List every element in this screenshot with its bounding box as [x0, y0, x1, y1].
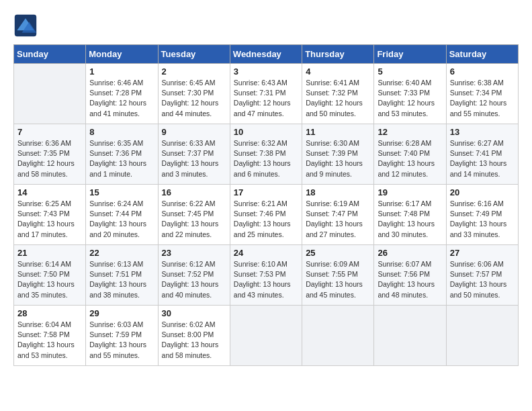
calendar-cell: 4Sunrise: 6:41 AMSunset: 7:32 PMDaylight…: [302, 64, 374, 124]
day-number: 8: [89, 127, 154, 137]
day-number: 3: [234, 66, 298, 77]
weekday-header-tuesday: Tuesday: [158, 45, 230, 64]
calendar-cell: 18Sunrise: 6:19 AMSunset: 7:47 PMDayligh…: [302, 185, 374, 245]
calendar-cell: 12Sunrise: 6:28 AMSunset: 7:40 PMDayligh…: [374, 124, 446, 185]
day-number: 15: [89, 187, 154, 197]
calendar-cell: 13Sunrise: 6:27 AMSunset: 7:41 PMDayligh…: [446, 124, 518, 185]
day-number: 9: [162, 127, 226, 137]
calendar-cell: 25Sunrise: 6:09 AMSunset: 7:55 PMDayligh…: [302, 245, 374, 306]
weekday-header-sunday: Sunday: [14, 45, 86, 64]
calendar-cell: [302, 306, 374, 366]
day-info: Sunrise: 6:17 AMSunset: 7:48 PMDaylight:…: [378, 199, 442, 240]
day-info: Sunrise: 6:43 AMSunset: 7:31 PMDaylight:…: [234, 78, 298, 119]
calendar-cell: 27Sunrise: 6:06 AMSunset: 7:57 PMDayligh…: [446, 245, 518, 306]
calendar-cell: 9Sunrise: 6:33 AMSunset: 7:37 PMDaylight…: [158, 124, 230, 185]
calendar-cell: 7Sunrise: 6:36 AMSunset: 7:35 PMDaylight…: [14, 124, 86, 185]
day-number: 29: [89, 308, 154, 318]
day-number: 5: [378, 66, 442, 77]
day-info: Sunrise: 6:46 AMSunset: 7:28 PMDaylight:…: [89, 78, 154, 119]
day-number: 2: [162, 66, 226, 77]
day-number: 25: [306, 248, 370, 258]
day-number: 13: [450, 127, 515, 137]
calendar-cell: 3Sunrise: 6:43 AMSunset: 7:31 PMDaylight…: [230, 64, 302, 124]
day-info: Sunrise: 6:24 AMSunset: 7:44 PMDaylight:…: [89, 199, 154, 240]
day-info: Sunrise: 6:21 AMSunset: 7:46 PMDaylight:…: [234, 199, 298, 240]
day-info: Sunrise: 6:19 AMSunset: 7:47 PMDaylight:…: [306, 199, 370, 240]
day-number: 27: [450, 248, 515, 258]
day-info: Sunrise: 6:06 AMSunset: 7:57 PMDaylight:…: [450, 259, 515, 300]
weekday-header-friday: Friday: [374, 45, 446, 64]
calendar-cell: 19Sunrise: 6:17 AMSunset: 7:48 PMDayligh…: [374, 185, 446, 245]
calendar-cell: 6Sunrise: 6:38 AMSunset: 7:34 PMDaylight…: [446, 64, 518, 124]
day-info: Sunrise: 6:04 AMSunset: 7:58 PMDaylight:…: [17, 320, 82, 361]
weekday-header-thursday: Thursday: [302, 45, 374, 64]
day-info: Sunrise: 6:45 AMSunset: 7:30 PMDaylight:…: [162, 78, 226, 119]
calendar-week-row: 1Sunrise: 6:46 AMSunset: 7:28 PMDaylight…: [14, 64, 519, 124]
day-info: Sunrise: 6:03 AMSunset: 7:59 PMDaylight:…: [89, 320, 154, 361]
day-info: Sunrise: 6:25 AMSunset: 7:43 PMDaylight:…: [17, 199, 82, 240]
day-number: 7: [17, 127, 82, 137]
calendar-table: SundayMondayTuesdayWednesdayThursdayFrid…: [13, 44, 519, 366]
weekday-header-saturday: Saturday: [446, 45, 518, 64]
page-header: [13, 13, 519, 38]
day-info: Sunrise: 6:35 AMSunset: 7:36 PMDaylight:…: [89, 138, 154, 179]
calendar-week-row: 21Sunrise: 6:14 AMSunset: 7:50 PMDayligh…: [14, 245, 519, 306]
day-info: Sunrise: 6:22 AMSunset: 7:45 PMDaylight:…: [162, 199, 226, 240]
logo-icon: [13, 13, 38, 38]
day-info: Sunrise: 6:33 AMSunset: 7:37 PMDaylight:…: [162, 138, 226, 179]
day-number: 17: [234, 187, 298, 197]
weekday-header-monday: Monday: [86, 45, 158, 64]
day-number: 18: [306, 187, 370, 197]
calendar-cell: 28Sunrise: 6:04 AMSunset: 7:58 PMDayligh…: [14, 306, 86, 366]
calendar-week-row: 14Sunrise: 6:25 AMSunset: 7:43 PMDayligh…: [14, 185, 519, 245]
day-info: Sunrise: 6:38 AMSunset: 7:34 PMDaylight:…: [450, 78, 515, 119]
calendar-week-row: 28Sunrise: 6:04 AMSunset: 7:58 PMDayligh…: [14, 306, 519, 366]
calendar-cell: 8Sunrise: 6:35 AMSunset: 7:36 PMDaylight…: [86, 124, 158, 185]
calendar-cell: 11Sunrise: 6:30 AMSunset: 7:39 PMDayligh…: [302, 124, 374, 185]
day-info: Sunrise: 6:09 AMSunset: 7:55 PMDaylight:…: [306, 259, 370, 300]
day-info: Sunrise: 6:10 AMSunset: 7:53 PMDaylight:…: [234, 259, 298, 300]
day-number: 14: [17, 187, 82, 197]
calendar-cell: 24Sunrise: 6:10 AMSunset: 7:53 PMDayligh…: [230, 245, 302, 306]
day-number: 1: [89, 66, 154, 77]
day-number: 6: [450, 66, 515, 77]
day-number: 20: [450, 187, 515, 197]
calendar-cell: 15Sunrise: 6:24 AMSunset: 7:44 PMDayligh…: [86, 185, 158, 245]
calendar-cell: [14, 64, 86, 124]
calendar-cell: [230, 306, 302, 366]
day-info: Sunrise: 6:14 AMSunset: 7:50 PMDaylight:…: [17, 259, 82, 300]
day-info: Sunrise: 6:28 AMSunset: 7:40 PMDaylight:…: [378, 138, 442, 179]
calendar-week-row: 7Sunrise: 6:36 AMSunset: 7:35 PMDaylight…: [14, 124, 519, 185]
calendar-cell: 29Sunrise: 6:03 AMSunset: 7:59 PMDayligh…: [86, 306, 158, 366]
day-number: 23: [162, 248, 226, 258]
day-info: Sunrise: 6:16 AMSunset: 7:49 PMDaylight:…: [450, 199, 515, 240]
calendar-cell: 17Sunrise: 6:21 AMSunset: 7:46 PMDayligh…: [230, 185, 302, 245]
calendar-cell: 1Sunrise: 6:46 AMSunset: 7:28 PMDaylight…: [86, 64, 158, 124]
calendar-header-row: SundayMondayTuesdayWednesdayThursdayFrid…: [14, 45, 519, 64]
calendar-cell: 26Sunrise: 6:07 AMSunset: 7:56 PMDayligh…: [374, 245, 446, 306]
day-info: Sunrise: 6:30 AMSunset: 7:39 PMDaylight:…: [306, 138, 370, 179]
calendar-cell: 23Sunrise: 6:12 AMSunset: 7:52 PMDayligh…: [158, 245, 230, 306]
day-number: 30: [162, 308, 226, 318]
day-info: Sunrise: 6:12 AMSunset: 7:52 PMDaylight:…: [162, 259, 226, 300]
calendar-cell: [446, 306, 518, 366]
day-number: 28: [17, 308, 82, 318]
calendar-cell: 10Sunrise: 6:32 AMSunset: 7:38 PMDayligh…: [230, 124, 302, 185]
day-number: 22: [89, 248, 154, 258]
calendar-cell: 16Sunrise: 6:22 AMSunset: 7:45 PMDayligh…: [158, 185, 230, 245]
day-info: Sunrise: 6:02 AMSunset: 8:00 PMDaylight:…: [162, 320, 226, 361]
day-number: 21: [17, 248, 82, 258]
calendar-cell: 21Sunrise: 6:14 AMSunset: 7:50 PMDayligh…: [14, 245, 86, 306]
day-info: Sunrise: 6:32 AMSunset: 7:38 PMDaylight:…: [234, 138, 298, 179]
day-number: 16: [162, 187, 226, 197]
day-number: 19: [378, 187, 442, 197]
calendar-cell: 5Sunrise: 6:40 AMSunset: 7:33 PMDaylight…: [374, 64, 446, 124]
day-info: Sunrise: 6:07 AMSunset: 7:56 PMDaylight:…: [378, 259, 442, 300]
day-info: Sunrise: 6:40 AMSunset: 7:33 PMDaylight:…: [378, 78, 442, 119]
calendar-cell: 30Sunrise: 6:02 AMSunset: 8:00 PMDayligh…: [158, 306, 230, 366]
weekday-header-wednesday: Wednesday: [230, 45, 302, 64]
day-number: 11: [306, 127, 370, 137]
day-info: Sunrise: 6:41 AMSunset: 7:32 PMDaylight:…: [306, 78, 370, 119]
calendar-cell: 20Sunrise: 6:16 AMSunset: 7:49 PMDayligh…: [446, 185, 518, 245]
calendar-cell: 22Sunrise: 6:13 AMSunset: 7:51 PMDayligh…: [86, 245, 158, 306]
